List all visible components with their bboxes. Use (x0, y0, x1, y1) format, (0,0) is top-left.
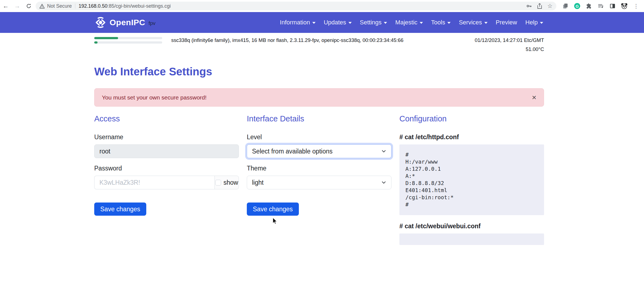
progress-bar-1 (94, 37, 162, 39)
alert-message: You must set your own secure password! (102, 94, 207, 101)
openipc-eye-icon (94, 16, 107, 29)
browser-menu-icon[interactable]: ⋮ (632, 2, 640, 10)
httpd-conf-content: # H:/var/www A:127.0.0.1 A:* D:8.8.8.8/3… (399, 144, 544, 215)
chevron-down-icon (384, 22, 387, 24)
username-label: Username (94, 133, 239, 141)
page-content: ssc338q (infinity6e family), imx415, 16 … (94, 36, 544, 245)
menu-item-updates[interactable]: Updates (324, 19, 352, 26)
show-password-label: show (224, 179, 238, 186)
warning-icon (39, 4, 45, 8)
level-select[interactable]: Select from available options (247, 144, 391, 158)
chevron-down-icon (312, 22, 316, 24)
chevron-down-icon (540, 22, 543, 24)
brand-logo[interactable]: OpenIPC fpv (94, 16, 156, 29)
menu-item-information[interactable]: Information (280, 19, 316, 26)
progress-bar-2 (94, 41, 162, 44)
password-alert: You must set your own secure password! × (94, 88, 544, 107)
menu-item-tools[interactable]: Tools (431, 19, 451, 26)
grammarly-icon[interactable]: G (574, 2, 581, 10)
progress-fill-2 (94, 41, 98, 44)
app-navbar: OpenIPC fpv Information Updates Settings… (0, 12, 644, 33)
interface-details-section: Interface Details Level Select from avai… (247, 114, 391, 245)
configuration-section: Configuration # cat /etc/httpd.conf # H:… (399, 114, 544, 245)
share-icon[interactable] (537, 3, 542, 9)
password-key-icon[interactable] (526, 3, 532, 9)
clock-block: 01/12/2023, 14:27:01 Etc/GMT 51.00°C (475, 36, 544, 52)
extensions-puzzle-icon[interactable] (585, 2, 593, 10)
httpd-conf-heading: # cat /etc/httpd.conf (399, 133, 544, 141)
configuration-title: Configuration (399, 114, 544, 123)
chevron-down-icon (447, 22, 451, 24)
split-view-icon[interactable] (609, 2, 616, 10)
webui-conf-content (399, 233, 544, 245)
interface-details-title: Interface Details (247, 114, 391, 123)
password-label: Password (94, 165, 239, 172)
menu-item-majestic[interactable]: Majestic (395, 19, 423, 26)
temperature-text: 51.00°C (475, 46, 544, 52)
panda-extension-icon[interactable] (621, 2, 628, 10)
theme-select[interactable]: light (247, 176, 391, 189)
chevron-down-icon (484, 22, 488, 24)
reload-icon[interactable] (25, 2, 32, 10)
omnibox-divider (75, 4, 75, 8)
username-field[interactable] (94, 144, 239, 158)
brand-suffix: fpv (148, 20, 155, 26)
webui-conf-heading: # cat /etc/webui/webui.conf (399, 223, 544, 230)
show-password-checkbox[interactable] (215, 180, 221, 186)
address-bar[interactable]: Not Secure 192.168.0.50:85/cgi-bin/webui… (36, 2, 556, 10)
alert-close-icon[interactable]: × (532, 94, 536, 101)
level-label: Level (247, 133, 391, 141)
chevron-down-icon (381, 179, 387, 186)
interface-save-button[interactable]: Save changes (247, 203, 299, 216)
bookmark-star-icon[interactable]: ☆ (547, 3, 553, 9)
password-field[interactable] (94, 176, 214, 189)
menu-item-services[interactable]: Services (459, 19, 487, 26)
chevron-down-icon (348, 22, 352, 24)
access-section: Access Username Password show Save chang… (94, 114, 239, 245)
brand-name: OpenIPC (110, 18, 145, 27)
playlist-icon[interactable] (597, 2, 604, 10)
menu-item-settings[interactable]: Settings (360, 19, 387, 26)
status-bar: ssc338q (infinity6e family), imx415, 16 … (94, 36, 544, 52)
datetime-text: 01/12/2023, 14:27:01 Etc/GMT (475, 37, 544, 43)
back-icon[interactable]: ← (2, 2, 9, 10)
browser-toolbar: ← → Not Secure 192.168.0.50:85/cgi-bin/w… (0, 0, 644, 12)
theme-label: Theme (247, 165, 391, 172)
page-title: Web Interface Settings (94, 65, 544, 78)
menu-item-help[interactable]: Help (525, 19, 543, 26)
url-text[interactable]: 192.168.0.50:85/cgi-bin/webui-settings.c… (79, 3, 171, 9)
forward-icon[interactable]: → (14, 2, 21, 10)
access-title: Access (94, 114, 239, 123)
chevron-down-icon (420, 22, 423, 24)
main-menu: Information Updates Settings Majestic To… (280, 19, 543, 26)
show-password-addon: show (214, 176, 239, 189)
access-save-button[interactable]: Save changes (94, 203, 146, 216)
system-gauges (94, 36, 162, 52)
menu-item-preview[interactable]: Preview (496, 19, 517, 26)
device-info: ssc338q (infinity6e family), imx415, 16 … (171, 36, 403, 52)
security-chip-label[interactable]: Not Secure (47, 3, 72, 9)
chevron-down-icon (381, 148, 387, 154)
progress-fill-1 (94, 37, 118, 39)
extension-docs-icon[interactable] (562, 2, 569, 10)
